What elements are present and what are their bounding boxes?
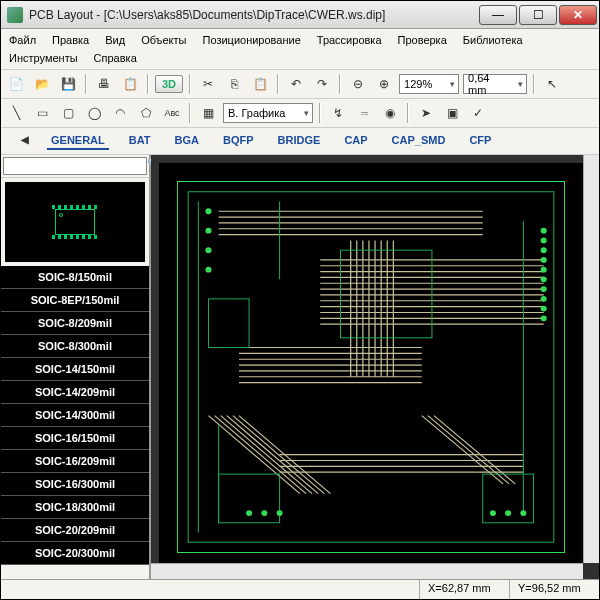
menu-help[interactable]: Справка: [92, 50, 139, 66]
menu-route[interactable]: Трассировка: [315, 32, 384, 48]
svg-point-8: [205, 267, 211, 273]
toolbar-2: ╲ ▭ ▢ ◯ ◠ ⬠ Авс ▦ В. Графика ↯ ⎓ ◉ ➤ ▣ ✓: [1, 99, 599, 128]
tab-bga[interactable]: BGA: [171, 132, 203, 150]
svg-point-16: [541, 296, 547, 302]
poly-tool-icon[interactable]: ⬠: [135, 102, 157, 124]
part-search-input[interactable]: [3, 157, 147, 175]
arrow-icon[interactable]: ➤: [415, 102, 437, 124]
list-item[interactable]: SOIC-8/209mil: [1, 312, 149, 335]
grid-value: 0,64 mm: [468, 72, 510, 96]
window-controls: — ☐ ✕: [477, 5, 597, 25]
menu-view[interactable]: Вид: [103, 32, 127, 48]
preview-icon[interactable]: 📋: [119, 73, 141, 95]
list-item[interactable]: SOIC-20/300mil: [1, 542, 149, 565]
tab-bat[interactable]: BAT: [125, 132, 155, 150]
menu-edit[interactable]: Правка: [50, 32, 91, 48]
svg-point-12: [541, 257, 547, 263]
drc-icon[interactable]: ✓: [467, 102, 489, 124]
search-row: 🔍: [1, 155, 149, 178]
new-icon[interactable]: 📄: [5, 73, 27, 95]
via-icon[interactable]: ◉: [379, 102, 401, 124]
list-item[interactable]: SOIC-20/209mil: [1, 519, 149, 542]
status-x: X=62,87 mm: [419, 580, 509, 599]
pcb-traces: [178, 182, 564, 552]
separator: [189, 74, 191, 94]
separator: [85, 74, 87, 94]
list-item[interactable]: SOIC-14/209mil: [1, 381, 149, 404]
zoomin-icon[interactable]: ⊕: [373, 73, 395, 95]
ellipse-tool-icon[interactable]: ◯: [83, 102, 105, 124]
app-window: PCB Layout - [C:\Users\aks85\Documents\D…: [0, 0, 600, 600]
tab-bridge[interactable]: BRIDGE: [274, 132, 325, 150]
svg-point-18: [541, 315, 547, 321]
svg-point-17: [541, 306, 547, 312]
tab-scroll-left-icon[interactable]: ◀: [19, 132, 31, 150]
close-button[interactable]: ✕: [559, 5, 597, 25]
layer-value: В. Графика: [228, 107, 285, 119]
tab-cfp[interactable]: CFP: [465, 132, 495, 150]
undo-icon[interactable]: ↶: [285, 73, 307, 95]
chip-icon: [55, 209, 95, 235]
cut-icon[interactable]: ✂: [197, 73, 219, 95]
menu-library[interactable]: Библиотека: [461, 32, 525, 48]
separator: [277, 74, 279, 94]
menu-tools[interactable]: Инструменты: [7, 50, 80, 66]
svg-point-22: [490, 510, 496, 516]
paste-icon[interactable]: 📋: [249, 73, 271, 95]
rrect-tool-icon[interactable]: ▢: [57, 102, 79, 124]
maximize-button[interactable]: ☐: [519, 5, 557, 25]
layer-icon[interactable]: ▦: [197, 102, 219, 124]
minimize-button[interactable]: —: [479, 5, 517, 25]
part-preview: [5, 182, 145, 262]
line-tool-icon[interactable]: ╲: [5, 102, 27, 124]
list-item[interactable]: SOIC-8/150mil: [1, 266, 149, 289]
separator: [339, 74, 341, 94]
list-item[interactable]: SOIC-8EP/150mil: [1, 289, 149, 312]
menu-objects[interactable]: Объекты: [139, 32, 188, 48]
svg-point-23: [505, 510, 511, 516]
list-item[interactable]: SOIC-18/300mil: [1, 496, 149, 519]
list-item[interactable]: SOIC-16/300mil: [1, 473, 149, 496]
list-item[interactable]: SOIC-16/150mil: [1, 427, 149, 450]
layer-combo[interactable]: В. Графика: [223, 103, 313, 123]
tab-general[interactable]: GENERAL: [47, 132, 109, 150]
redo-icon[interactable]: ↷: [311, 73, 333, 95]
scrollbar-vertical[interactable]: [583, 155, 599, 563]
print-icon[interactable]: 🖶: [93, 73, 115, 95]
net-icon[interactable]: ⎓: [353, 102, 375, 124]
toolbar-1: 📄 📂 💾 🖶 📋 3D ✂ ⎘ 📋 ↶ ↷ ⊖ ⊕ 129% 0,64 mm …: [1, 70, 599, 99]
tab-capsmd[interactable]: CAP_SMD: [388, 132, 450, 150]
tab-bqfp[interactable]: BQFP: [219, 132, 258, 150]
titlebar[interactable]: PCB Layout - [C:\Users\aks85\Documents\D…: [1, 1, 599, 29]
separator: [147, 74, 149, 94]
menu-check[interactable]: Проверка: [396, 32, 449, 48]
part-list[interactable]: SOIC-8/150mil SOIC-8EP/150mil SOIC-8/209…: [1, 266, 149, 579]
grid-combo[interactable]: 0,64 mm: [463, 74, 527, 94]
route-icon[interactable]: ↯: [327, 102, 349, 124]
zoom-combo[interactable]: 129%: [399, 74, 459, 94]
tab-cap[interactable]: CAP: [340, 132, 371, 150]
list-item[interactable]: SOIC-8/300mil: [1, 335, 149, 358]
list-item[interactable]: SOIC-14/300mil: [1, 404, 149, 427]
svg-point-11: [541, 247, 547, 253]
scrollbar-horizontal[interactable]: [151, 563, 583, 579]
copy-icon[interactable]: ⎘: [223, 73, 245, 95]
component-icon[interactable]: ▣: [441, 102, 463, 124]
menubar: Файл Правка Вид Объекты Позиционирование…: [1, 29, 599, 70]
main-area: 🔍 SOIC-8/150mil SOIC-8EP/150mil SOIC-8/2…: [1, 155, 599, 579]
app-icon: [7, 7, 23, 23]
open-icon[interactable]: 📂: [31, 73, 53, 95]
list-item[interactable]: SOIC-14/150mil: [1, 358, 149, 381]
pcb-canvas[interactable]: [159, 163, 583, 571]
list-item[interactable]: SOIC-16/209mil: [1, 450, 149, 473]
menu-file[interactable]: Файл: [7, 32, 38, 48]
3d-button[interactable]: 3D: [155, 75, 183, 93]
zoomout-icon[interactable]: ⊖: [347, 73, 369, 95]
rect-tool-icon[interactable]: ▭: [31, 102, 53, 124]
arc-tool-icon[interactable]: ◠: [109, 102, 131, 124]
save-icon[interactable]: 💾: [57, 73, 79, 95]
svg-point-7: [205, 247, 211, 253]
cursor-icon[interactable]: ↖: [541, 73, 563, 95]
text-tool-icon[interactable]: Авс: [161, 102, 183, 124]
menu-position[interactable]: Позиционирование: [201, 32, 303, 48]
